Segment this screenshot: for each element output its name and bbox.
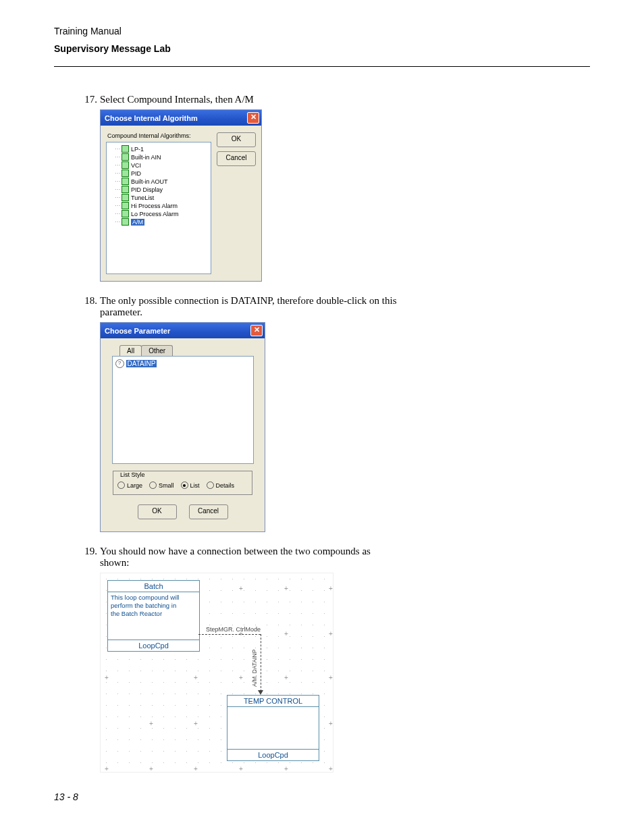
radio-small[interactable]: Small xyxy=(149,481,174,489)
close-icon[interactable]: ✕ xyxy=(247,112,259,124)
cross-mark: + xyxy=(149,766,153,773)
cross-mark: + xyxy=(194,675,198,681)
tree-item-pid[interactable]: ⋯PID xyxy=(115,170,209,177)
list-item-datainp[interactable]: ? DATAINP xyxy=(115,359,250,368)
compound-batch[interactable]: Batch This loop compound will perform th… xyxy=(107,580,200,652)
cancel-button[interactable]: Cancel xyxy=(189,504,228,519)
tree-item-am[interactable]: ⋯A/M xyxy=(115,218,209,226)
step-19-num: 19. xyxy=(78,546,100,569)
folder-icon xyxy=(122,186,129,193)
tree-item-lp1[interactable]: ⋯LP-1 xyxy=(115,145,209,153)
figure-diagram: + + + + + + + + + + + + + + + + + + + + … xyxy=(100,573,590,773)
compound-temp-control[interactable]: TEMP CONTROL LoopCpd xyxy=(227,695,319,761)
cross-mark: + xyxy=(284,631,288,637)
choose-parameter-dialog: Choose Parameter ✕ All Other ? DATAINP L… xyxy=(100,322,265,532)
tree-title: Compound Internal Algorithms: xyxy=(106,132,211,139)
step-17: 17. Select Compound Internals, then A/M xyxy=(78,94,590,105)
tree-item-pid-display[interactable]: ⋯PID Display xyxy=(115,186,209,193)
signal-label-datainp: A/M. DATAINP xyxy=(251,650,258,687)
ok-button[interactable]: OK xyxy=(217,132,256,147)
folder-icon xyxy=(122,218,129,226)
cross-mark: + xyxy=(329,675,333,681)
cross-mark: + xyxy=(239,585,243,592)
tree-item-lo-process-alarm[interactable]: ⋯Lo Process Alarm xyxy=(115,210,209,217)
temp-title: TEMP CONTROL xyxy=(227,696,319,706)
header-rule xyxy=(54,66,590,67)
step-19-text: You should now have a connection between… xyxy=(100,546,397,569)
page-number: 13 - 8 xyxy=(54,791,590,802)
signal-line-v xyxy=(261,634,261,692)
header-small: Training Manual xyxy=(54,26,590,36)
folder-icon xyxy=(122,153,129,161)
question-icon: ? xyxy=(115,359,124,368)
algorithm-tree[interactable]: ⋯LP-1 ⋯Built-in AIN ⋯VCI ⋯PID ⋯Built-in … xyxy=(106,142,211,274)
tab-other[interactable]: Other xyxy=(141,345,173,356)
cross-mark: + xyxy=(239,766,243,773)
radio-large[interactable]: Large xyxy=(117,481,142,489)
step-17-text: Select Compound Internals, then A/M xyxy=(100,94,397,105)
step-18-text: The only possible connection is DATAINP,… xyxy=(100,295,397,318)
folder-icon xyxy=(122,145,129,153)
dialog2-titlebar: Choose Parameter ✕ xyxy=(101,323,265,338)
header-bold: Supervisory Message Lab xyxy=(54,43,590,54)
tab-row: All Other xyxy=(119,345,258,356)
folder-icon xyxy=(122,210,129,217)
cross-mark: + xyxy=(284,766,288,773)
tree-item-builtin-ain[interactable]: ⋯Built-in AIN xyxy=(115,153,209,161)
cross-mark: + xyxy=(105,766,109,773)
cross-mark: + xyxy=(194,721,198,727)
list-style-group: List Style Large Small List Details xyxy=(113,471,252,495)
folder-icon xyxy=(122,202,129,209)
cross-mark: + xyxy=(194,766,198,773)
parameter-list[interactable]: ? DATAINP xyxy=(112,356,254,464)
radio-details[interactable]: Details xyxy=(207,481,235,489)
dialog2-title: Choose Parameter xyxy=(105,327,170,335)
close-icon[interactable]: ✕ xyxy=(250,325,263,336)
signal-label-ctrlmode: StepMGR. CtrlMode xyxy=(206,626,261,633)
compound-diagram: + + + + + + + + + + + + + + + + + + + + … xyxy=(100,573,333,773)
folder-icon xyxy=(122,170,129,177)
radio-list[interactable]: List xyxy=(181,481,200,489)
tree-item-builtin-aout[interactable]: ⋯Built-in AOUT xyxy=(115,178,209,185)
cross-mark: + xyxy=(149,721,153,727)
tree-item-tunelist[interactable]: ⋯TuneList xyxy=(115,194,209,201)
batch-title: Batch xyxy=(108,581,199,592)
step-18: 18. The only possible connection is DATA… xyxy=(78,295,590,318)
cross-mark: + xyxy=(105,675,109,681)
dialog1-title: Choose Internal Algorithm xyxy=(105,114,198,122)
folder-icon xyxy=(122,178,129,185)
cross-mark: + xyxy=(329,721,333,727)
cross-mark: + xyxy=(284,585,288,592)
folder-icon xyxy=(122,161,129,169)
folder-icon xyxy=(122,194,129,201)
cross-mark: + xyxy=(329,766,333,773)
arrow-down-icon xyxy=(258,690,263,695)
batch-desc: This loop compound will perform the batc… xyxy=(108,592,199,619)
cross-mark: + xyxy=(284,675,288,681)
dialog1-titlebar: Choose Internal Algorithm ✕ xyxy=(101,110,261,126)
cross-mark: + xyxy=(239,675,243,681)
step-18-num: 18. xyxy=(78,295,100,318)
cancel-button[interactable]: Cancel xyxy=(217,151,256,166)
figure-dialog1: Choose Internal Algorithm ✕ Compound Int… xyxy=(100,109,590,282)
batch-loop: LoopCpd xyxy=(108,640,199,651)
cross-mark: + xyxy=(329,631,333,637)
figure-dialog2: Choose Parameter ✕ All Other ? DATAINP L… xyxy=(100,322,590,532)
tree-item-hi-process-alarm[interactable]: ⋯Hi Process Alarm xyxy=(115,202,209,209)
choose-internal-algorithm-dialog: Choose Internal Algorithm ✕ Compound Int… xyxy=(100,109,262,282)
step-17-num: 17. xyxy=(78,94,100,105)
tree-item-vci[interactable]: ⋯VCI xyxy=(115,161,209,169)
tab-all[interactable]: All xyxy=(119,345,142,356)
step-19: 19. You should now have a connection bet… xyxy=(78,546,590,569)
list-style-legend: List Style xyxy=(117,471,148,478)
cross-mark: + xyxy=(329,585,333,592)
ok-button[interactable]: OK xyxy=(138,504,177,519)
temp-loop: LoopCpd xyxy=(227,749,319,760)
signal-line-h xyxy=(198,634,261,635)
